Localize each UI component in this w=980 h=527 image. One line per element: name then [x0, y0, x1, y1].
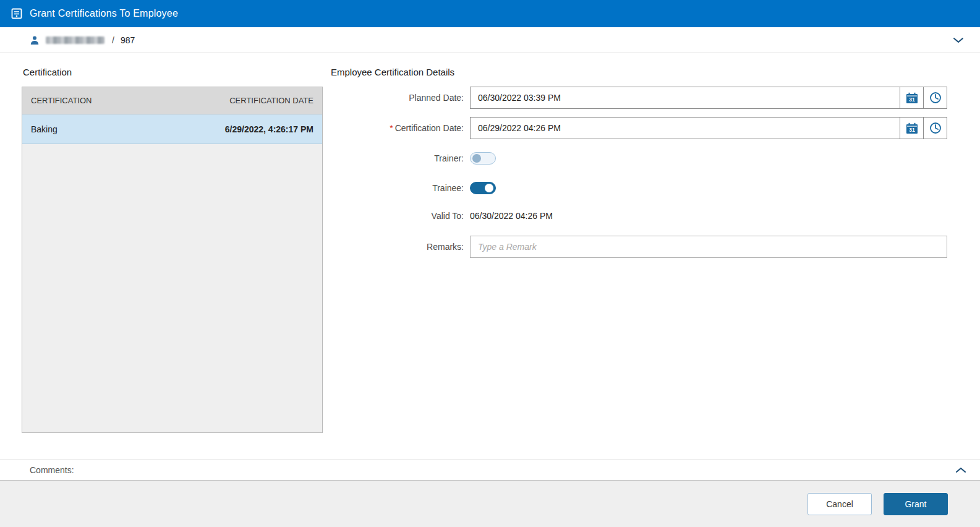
toggle-knob	[472, 154, 481, 163]
planned-date-control: 31	[470, 87, 947, 109]
certification-name-cell: Baking	[31, 124, 58, 134]
trainer-label: Trainer:	[331, 153, 470, 163]
person-icon	[30, 35, 40, 45]
trainee-row: Trainee:	[331, 181, 947, 195]
details-panel-title: Employee Certification Details	[331, 67, 947, 79]
column-header-certification: CERTIFICATION	[31, 96, 92, 105]
valid-to-row: Valid To: 06/30/2022 04:26 PM	[331, 210, 947, 222]
certification-table-header: CERTIFICATION CERTIFICATION DATE	[22, 87, 322, 114]
calendar-icon[interactable]: 31	[900, 118, 923, 139]
certification-date-row: *Certification Date: 31	[331, 117, 947, 139]
table-empty-area	[22, 144, 322, 432]
certification-date-cell: 6/29/2022, 4:26:17 PM	[225, 124, 313, 134]
certification-panel: Certification CERTIFICATION CERTIFICATIO…	[22, 53, 323, 460]
remarks-row: Remarks:	[331, 236, 947, 258]
employee-header: / 987	[0, 27, 980, 53]
planned-date-input[interactable]	[471, 87, 900, 108]
remarks-label: Remarks:	[331, 242, 470, 252]
grant-button[interactable]: Grant	[884, 493, 948, 515]
trainee-label: Trainee:	[331, 183, 470, 193]
certification-date-input[interactable]	[471, 118, 900, 139]
column-header-certification-date: CERTIFICATION DATE	[229, 96, 313, 105]
trainer-row: Trainer:	[331, 151, 947, 166]
clock-icon[interactable]	[923, 87, 947, 108]
certification-panel-title: Certification	[23, 67, 323, 79]
svg-text:31: 31	[909, 96, 915, 103]
employee-name-redacted	[46, 36, 104, 44]
employee-separator: /	[112, 35, 114, 45]
certification-date-label: *Certification Date:	[331, 123, 470, 133]
comments-label: Comments:	[30, 465, 74, 475]
comments-section-header[interactable]: Comments:	[0, 460, 980, 481]
valid-to-label: Valid To:	[331, 211, 470, 221]
certification-date-control: 31	[470, 117, 947, 139]
page-title: Grant Certifications To Employee	[30, 8, 178, 19]
main-content: Certification CERTIFICATION CERTIFICATIO…	[0, 53, 980, 460]
cancel-button[interactable]: Cancel	[807, 493, 872, 515]
valid-to-value: 06/30/2022 04:26 PM	[470, 211, 553, 221]
required-marker: *	[390, 123, 393, 133]
trainer-toggle[interactable]	[470, 152, 496, 165]
title-bar: Grant Certifications To Employee	[0, 0, 980, 27]
grant-certifications-dialog: Grant Certifications To Employee / 987 C…	[0, 0, 980, 527]
trainee-toggle[interactable]	[470, 182, 496, 194]
footer-actions: Cancel Grant	[0, 481, 980, 527]
clock-icon[interactable]	[923, 118, 947, 139]
chevron-up-icon[interactable]	[955, 467, 966, 473]
details-panel: Employee Certification Details Planned D…	[331, 53, 947, 460]
calendar-icon[interactable]: 31	[900, 87, 923, 108]
remarks-input[interactable]	[470, 236, 947, 258]
toggle-knob	[485, 184, 493, 192]
planned-date-row: Planned Date: 31	[331, 87, 947, 109]
certification-table: CERTIFICATION CERTIFICATION DATE Baking …	[22, 87, 323, 433]
chevron-down-icon[interactable]	[950, 35, 966, 46]
certificate-icon	[11, 8, 22, 19]
employee-id: 987	[121, 35, 135, 45]
planned-date-label: Planned Date:	[331, 93, 470, 103]
svg-text:31: 31	[909, 127, 915, 133]
table-row[interactable]: Baking 6/29/2022, 4:26:17 PM	[22, 114, 322, 144]
